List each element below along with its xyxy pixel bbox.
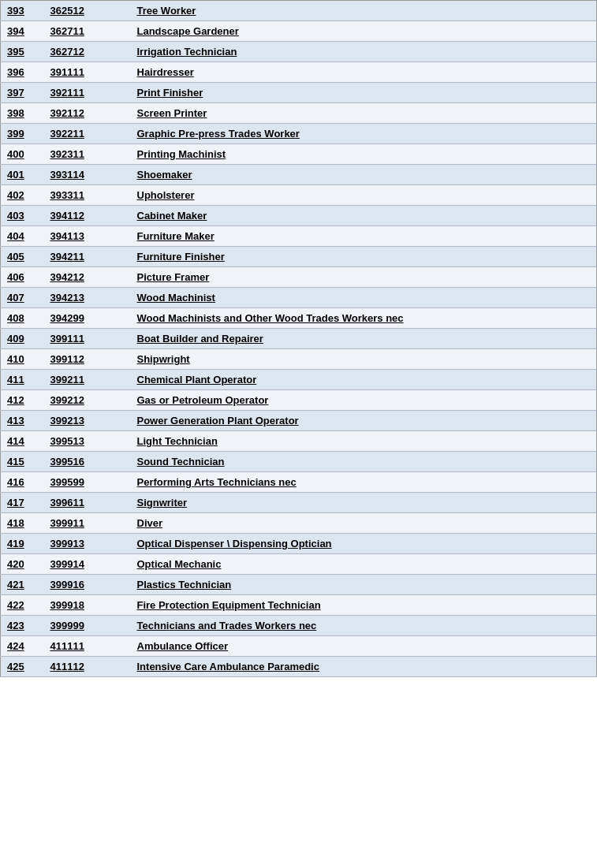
row-number: 411 bbox=[1, 370, 44, 390]
occupation-title[interactable]: Ambulance Officer bbox=[131, 636, 597, 657]
occupation-code[interactable]: 391111 bbox=[44, 62, 131, 83]
table-row: 422399918Fire Protection Equipment Techn… bbox=[1, 595, 597, 616]
row-number: 425 bbox=[1, 657, 44, 677]
row-number: 417 bbox=[1, 493, 44, 513]
occupation-title[interactable]: Diver bbox=[131, 513, 597, 534]
row-number: 400 bbox=[1, 144, 44, 165]
occupation-title[interactable]: Performing Arts Technicians nec bbox=[131, 472, 597, 493]
row-number: 422 bbox=[1, 595, 44, 616]
occupation-title[interactable]: Furniture Maker bbox=[131, 226, 597, 247]
occupation-code[interactable]: 362512 bbox=[44, 1, 131, 21]
occupation-title[interactable]: Irrigation Technician bbox=[131, 42, 597, 62]
occupation-title[interactable]: Wood Machinist bbox=[131, 288, 597, 308]
row-number: 402 bbox=[1, 185, 44, 206]
table-row: 407394213Wood Machinist bbox=[1, 288, 597, 308]
table-row: 393362512Tree Worker bbox=[1, 1, 597, 21]
occupation-code[interactable]: 362711 bbox=[44, 21, 131, 42]
row-number: 397 bbox=[1, 83, 44, 103]
row-number: 410 bbox=[1, 349, 44, 370]
occupation-code[interactable]: 362712 bbox=[44, 42, 131, 62]
occupation-title[interactable]: Hairdresser bbox=[131, 62, 597, 83]
table-row: 408394299Wood Machinists and Other Wood … bbox=[1, 308, 597, 329]
occupation-title[interactable]: Plastics Technician bbox=[131, 575, 597, 595]
occupation-code[interactable]: 399611 bbox=[44, 493, 131, 513]
row-number: 403 bbox=[1, 206, 44, 226]
occupation-title[interactable]: Chemical Plant Operator bbox=[131, 370, 597, 390]
occupation-title[interactable]: Sound Technician bbox=[131, 452, 597, 472]
occupation-code[interactable]: 394112 bbox=[44, 206, 131, 226]
occupation-code[interactable]: 399212 bbox=[44, 390, 131, 411]
occupation-code[interactable]: 399916 bbox=[44, 575, 131, 595]
occupation-code[interactable]: 399516 bbox=[44, 452, 131, 472]
table-row: 405394211Furniture Finisher bbox=[1, 247, 597, 267]
occupation-code[interactable]: 399999 bbox=[44, 616, 131, 636]
occupation-code[interactable]: 399513 bbox=[44, 431, 131, 452]
occupation-code[interactable]: 392112 bbox=[44, 103, 131, 124]
occupation-title[interactable]: Printing Machinist bbox=[131, 144, 597, 165]
table-row: 414399513Light Technician bbox=[1, 431, 597, 452]
occupation-title[interactable]: Print Finisher bbox=[131, 83, 597, 103]
occupation-code[interactable]: 399211 bbox=[44, 370, 131, 390]
occupation-code[interactable]: 399918 bbox=[44, 595, 131, 616]
occupation-title[interactable]: Shoemaker bbox=[131, 165, 597, 185]
row-number: 407 bbox=[1, 288, 44, 308]
occupation-code[interactable]: 394211 bbox=[44, 247, 131, 267]
row-number: 419 bbox=[1, 534, 44, 554]
table-row: 412399212Gas or Petroleum Operator bbox=[1, 390, 597, 411]
table-row: 397392111Print Finisher bbox=[1, 83, 597, 103]
occupation-code[interactable]: 399111 bbox=[44, 329, 131, 349]
table-row: 403394112Cabinet Maker bbox=[1, 206, 597, 226]
occupation-title[interactable]: Fire Protection Equipment Technician bbox=[131, 595, 597, 616]
occupation-title[interactable]: Optical Mechanic bbox=[131, 554, 597, 575]
occupation-code[interactable]: 394113 bbox=[44, 226, 131, 247]
occupation-title[interactable]: Signwriter bbox=[131, 493, 597, 513]
table-row: 395362712Irrigation Technician bbox=[1, 42, 597, 62]
table-row: 411399211Chemical Plant Operator bbox=[1, 370, 597, 390]
occupation-code[interactable]: 399599 bbox=[44, 472, 131, 493]
occupations-table: 393362512Tree Worker394362711Landscape G… bbox=[0, 0, 597, 677]
occupation-title[interactable]: Shipwright bbox=[131, 349, 597, 370]
occupation-title[interactable]: Power Generation Plant Operator bbox=[131, 411, 597, 431]
occupation-title[interactable]: Landscape Gardener bbox=[131, 21, 597, 42]
occupation-title[interactable]: Screen Printer bbox=[131, 103, 597, 124]
occupation-title[interactable]: Tree Worker bbox=[131, 1, 597, 21]
occupation-title[interactable]: Gas or Petroleum Operator bbox=[131, 390, 597, 411]
occupation-code[interactable]: 399112 bbox=[44, 349, 131, 370]
occupation-code[interactable]: 393311 bbox=[44, 185, 131, 206]
occupation-code[interactable]: 411112 bbox=[44, 657, 131, 677]
occupation-code[interactable]: 399913 bbox=[44, 534, 131, 554]
table-row: 425411112Intensive Care Ambulance Parame… bbox=[1, 657, 597, 677]
row-number: 423 bbox=[1, 616, 44, 636]
occupation-title[interactable]: Picture Framer bbox=[131, 267, 597, 288]
occupation-title[interactable]: Light Technician bbox=[131, 431, 597, 452]
occupation-title[interactable]: Boat Builder and Repairer bbox=[131, 329, 597, 349]
occupation-code[interactable]: 394299 bbox=[44, 308, 131, 329]
row-number: 418 bbox=[1, 513, 44, 534]
table-row: 419399913Optical Dispenser \ Dispensing … bbox=[1, 534, 597, 554]
occupation-code[interactable]: 399914 bbox=[44, 554, 131, 575]
row-number: 406 bbox=[1, 267, 44, 288]
occupation-title[interactable]: Upholsterer bbox=[131, 185, 597, 206]
occupation-code[interactable]: 399213 bbox=[44, 411, 131, 431]
occupation-title[interactable]: Furniture Finisher bbox=[131, 247, 597, 267]
table-row: 418399911Diver bbox=[1, 513, 597, 534]
occupation-title[interactable]: Intensive Care Ambulance Paramedic bbox=[131, 657, 597, 677]
occupation-code[interactable]: 394212 bbox=[44, 267, 131, 288]
occupation-title[interactable]: Technicians and Trades Workers nec bbox=[131, 616, 597, 636]
row-number: 424 bbox=[1, 636, 44, 657]
occupation-title[interactable]: Optical Dispenser \ Dispensing Optician bbox=[131, 534, 597, 554]
occupation-title[interactable]: Cabinet Maker bbox=[131, 206, 597, 226]
row-number: 415 bbox=[1, 452, 44, 472]
occupation-code[interactable]: 392111 bbox=[44, 83, 131, 103]
occupation-title[interactable]: Wood Machinists and Other Wood Trades Wo… bbox=[131, 308, 597, 329]
row-number: 396 bbox=[1, 62, 44, 83]
occupation-code[interactable]: 392211 bbox=[44, 124, 131, 144]
occupation-code[interactable]: 392311 bbox=[44, 144, 131, 165]
occupation-code[interactable]: 399911 bbox=[44, 513, 131, 534]
occupation-code[interactable]: 411111 bbox=[44, 636, 131, 657]
table-row: 398392112Screen Printer bbox=[1, 103, 597, 124]
table-row: 404394113Furniture Maker bbox=[1, 226, 597, 247]
occupation-code[interactable]: 393114 bbox=[44, 165, 131, 185]
occupation-code[interactable]: 394213 bbox=[44, 288, 131, 308]
occupation-title[interactable]: Graphic Pre-press Trades Worker bbox=[131, 124, 597, 144]
